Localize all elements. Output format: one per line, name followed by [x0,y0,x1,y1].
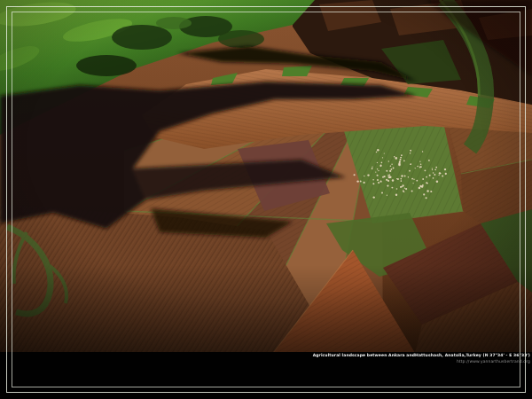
bottom-shade [0,266,532,353]
aerial-photo-illustration [0,0,532,353]
photo-caption: Agricultural landscape between Ankara an… [313,352,530,364]
caption-url: http://www.yannarthusbertrand.org [313,358,530,364]
wallpaper: Agricultural landscape between Ankara an… [0,0,532,399]
caption-title: Agricultural landscape between Ankara an… [313,352,530,358]
